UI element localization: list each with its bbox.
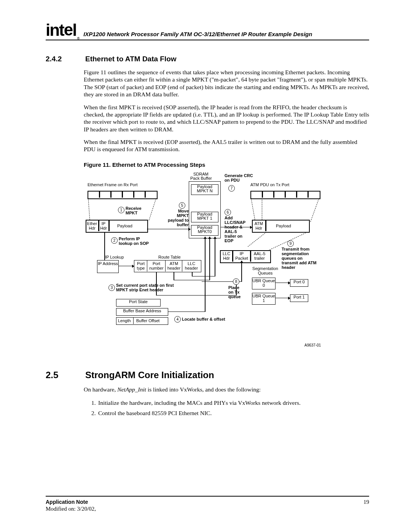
diagram-label: Ether Hdr	[87, 221, 97, 230]
diagram-label: ATM Hdr	[253, 221, 264, 230]
arrow-icon	[209, 238, 210, 280]
step-marker: 8	[233, 278, 239, 285]
diagram-label: LLC header	[183, 261, 200, 270]
section-2-5-heading: 2.5 StrongARM Core Initialization	[46, 370, 369, 380]
diagram-label: ATM PDU on Tx Port	[250, 182, 289, 187]
arrow-icon	[147, 229, 189, 230]
arrow-icon	[205, 238, 206, 312]
paragraph: When the first MPKT is received (SOP ass…	[84, 104, 369, 133]
diagram-box: Payload MPKT 1	[191, 212, 218, 222]
arrow-icon	[215, 238, 215, 276]
arrow-icon	[276, 298, 288, 299]
diagram-label: Payload	[117, 224, 132, 228]
step-marker: 5	[179, 202, 185, 209]
diagram-label: IP Packet	[234, 251, 250, 260]
diagram-box: Port State	[116, 299, 161, 307]
diagram-label: Length	[118, 318, 131, 323]
paragraph: On hardware, NetApp_Init is linked into …	[84, 386, 369, 393]
diagram-box: Payload MPKT N	[191, 184, 218, 195]
intel-logo: intel®	[46, 24, 82, 40]
diagram-label: Pack Buffer	[190, 176, 212, 181]
arrow-icon	[221, 227, 250, 228]
paragraph: Figure 11 outlines the sequence of event…	[84, 69, 369, 98]
diagram-label: Set current port state on first MPKT str…	[116, 283, 185, 292]
section-number: 2.4.2	[46, 55, 84, 63]
step-marker: 3	[108, 284, 115, 291]
arrow-icon	[119, 266, 132, 267]
diagram-label: LLC Hdr	[221, 251, 232, 260]
list-item: 1.Initialize the hardware, including the…	[91, 398, 369, 408]
diagram-box: Payload MPKT0	[191, 225, 218, 236]
step-marker: 1	[118, 207, 124, 213]
diagram-box: UBR Queue 1	[252, 293, 276, 305]
step-marker: 7	[228, 185, 235, 192]
diagram-label: AAL-5 trailer	[251, 251, 268, 260]
section-title: StrongARM Core Initialization	[85, 370, 214, 380]
figure-11-diagram: SDRAM Pack Buffer Generate CRC on PDU Et…	[84, 172, 327, 358]
footer-page-number: 19	[363, 499, 369, 512]
diagram-label: Place on Tx queue	[228, 285, 245, 299]
diagram-label: Port type	[135, 261, 147, 270]
step-marker: 4	[174, 316, 181, 323]
page-footer: Application Note Modified on: 3/20/02, 1…	[46, 496, 369, 512]
diagram-box: UBR Queue 0	[252, 278, 276, 289]
emphasis: NetApp_Init	[117, 386, 146, 393]
diagram-box: IP Address	[97, 260, 119, 273]
diagram-label: ATM header	[166, 261, 182, 270]
diagram-label: Add LLC/SNAP header & AAL-5 trailer on E…	[225, 216, 247, 243]
diagram-box: Port 1	[290, 294, 308, 302]
figure-caption: Figure 11. Ethernet to ATM Processing St…	[84, 161, 369, 168]
arrow-icon	[241, 262, 242, 281]
diagram-label: Locate buffer & offset	[182, 317, 225, 321]
diagram-label: Receive MPKT	[126, 206, 145, 215]
diagram-box: Port 0	[290, 279, 308, 287]
diagram-label: Buffer Offset	[136, 318, 159, 323]
ordered-list: 1.Initialize the hardware, including the…	[91, 398, 369, 418]
list-item: 2.Control the baseboard 82559 PCI Ethern…	[91, 409, 369, 418]
step-marker: 6	[225, 209, 231, 216]
diagram-label: Payload	[276, 224, 291, 228]
figure-id: A9637-01	[304, 343, 321, 347]
footer-modified: Modified on: 3/20/02,	[46, 505, 96, 512]
section-2-4-2-heading: 2.4.2 Ethernet to ATM Data Flow	[46, 55, 369, 63]
diagram-label: Perform IP lookup on SOP	[119, 236, 153, 246]
section-title: Ethernet to ATM Data Flow	[85, 55, 177, 63]
diagram-label: Route Table	[158, 255, 181, 259]
diagram-label: Ethernet Frame on Rx Port	[88, 182, 137, 187]
diagram-box: Buffer Base Address	[116, 308, 168, 316]
diagram-label: Transmit from segmentation queues on tra…	[282, 247, 320, 270]
footer-app-note: Application Note	[46, 499, 96, 505]
step-marker: 2	[111, 237, 118, 244]
diagram-label: IP Hdr	[99, 221, 108, 230]
paragraph: When the final MPKT is received (EOP ass…	[84, 138, 369, 153]
arrow-icon	[276, 283, 288, 283]
page-header: intel® IXP1200 Network Processor Family …	[46, 23, 369, 40]
registered-mark: ®	[77, 37, 79, 40]
diagram-label: Generate CRC on PDU	[225, 173, 259, 182]
section-number: 2.5	[46, 370, 84, 380]
diagram-label: Move MPKT payload to buffer	[167, 209, 189, 227]
doc-title: IXP1200 Network Processor Family ATM OC-…	[82, 31, 369, 38]
diagram-label: IP Lookup	[105, 255, 124, 259]
diagram-label: Segmentation Queues	[248, 266, 282, 275]
diagram-label: Port number	[148, 261, 165, 270]
